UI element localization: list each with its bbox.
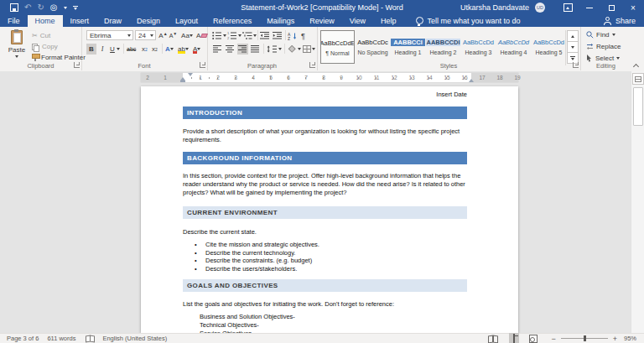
clipboard-dialog-launcher[interactable]	[74, 62, 80, 68]
shading-button[interactable]	[288, 44, 301, 55]
tab-references[interactable]: References	[205, 15, 259, 27]
numbering-button[interactable]: 12	[227, 30, 242, 41]
zoom-out-button[interactable]: −	[551, 335, 555, 343]
ribbon-display-options-button[interactable]	[557, 0, 579, 15]
account-name[interactable]: Utkarsha Dandavate	[460, 3, 529, 12]
underline-dropdown[interactable]	[117, 44, 120, 55]
share-button[interactable]: Share	[604, 15, 644, 27]
scrollbar-thumb[interactable]	[633, 87, 643, 126]
align-center-button[interactable]	[225, 44, 236, 55]
font-color-button[interactable]: A	[193, 44, 200, 55]
find-button[interactable]: Find	[586, 31, 615, 39]
sort-button[interactable]: AZ	[288, 30, 298, 41]
proofing-icon[interactable]	[86, 335, 94, 341]
align-right-button[interactable]	[237, 44, 248, 55]
tab-mailings[interactable]: Mailings	[259, 15, 302, 27]
objectives-list[interactable]: Business and Solution Objectives- Techni…	[200, 313, 295, 333]
styles-scroll-down-button[interactable]	[567, 41, 579, 53]
restore-button[interactable]	[600, 0, 622, 15]
minimize-button[interactable]	[579, 0, 600, 15]
bullets-button[interactable]	[212, 30, 226, 41]
paragraph[interactable]: List the goals and objectives for initia…	[183, 300, 467, 309]
insert-date-text[interactable]: Insert Date	[436, 91, 467, 98]
clear-formatting-button[interactable]: A	[196, 30, 207, 41]
multilevel-list-button[interactable]	[242, 30, 257, 41]
zoom-in-button[interactable]: +	[613, 335, 617, 343]
ruler[interactable]: 2112345678910111213141516171819	[141, 73, 518, 82]
list-item[interactable]: Technical Objectives-	[200, 321, 295, 330]
justify-button[interactable]	[250, 44, 261, 55]
touch-mode-icon[interactable]: ◎	[50, 3, 58, 12]
list-item[interactable]: Describe the users/stakeholders.	[205, 265, 319, 273]
undo-icon[interactable]: ↶	[24, 3, 31, 12]
styles-scroll-up-button[interactable]	[567, 30, 579, 42]
line-spacing-button[interactable]	[267, 44, 282, 55]
tab-draw[interactable]: Draw	[96, 15, 129, 27]
paste-button[interactable]: Paste	[3, 30, 30, 64]
first-line-indent-marker[interactable]	[188, 73, 193, 76]
tab-help[interactable]: Help	[373, 15, 404, 27]
paragraph[interactable]: Provide a short description of what your…	[183, 127, 467, 144]
align-left-button[interactable]	[212, 44, 223, 55]
show-paragraph-marks-button[interactable]: ¶	[301, 30, 305, 41]
customize-qat-icon[interactable]	[73, 6, 78, 10]
paragraph[interactable]: In this section, provide context for the…	[183, 172, 467, 197]
save-icon[interactable]	[10, 3, 18, 12]
font-dialog-launcher[interactable]	[200, 62, 205, 68]
tell-me-box[interactable]: Tell me what you want to do	[416, 15, 521, 27]
list-item[interactable]: Describe the current technology.	[205, 249, 319, 257]
text-effects-button[interactable]: A	[165, 44, 174, 55]
read-mode-icon[interactable]	[488, 335, 497, 342]
avatar[interactable]: UD	[535, 3, 545, 13]
language-indicator[interactable]: English (United States)	[102, 335, 167, 342]
left-indent-marker[interactable]	[180, 81, 185, 83]
style-no-spacing[interactable]: AaBbCcDc No Spacing	[356, 30, 390, 64]
collapse-ribbon-button[interactable]	[633, 63, 638, 68]
heading-introduction[interactable]: INTRODUCTION	[183, 107, 467, 119]
tab-view[interactable]: View	[342, 15, 373, 27]
strikethrough-button[interactable]: abc	[127, 44, 136, 55]
styles-dialog-launcher[interactable]	[573, 62, 579, 68]
style-heading-1[interactable]: AABBCCI Heading 1	[391, 30, 425, 64]
underline-button[interactable]: U	[108, 44, 117, 55]
format-painter-button[interactable]: Format Painter	[32, 54, 86, 61]
print-layout-button[interactable]	[509, 333, 519, 343]
document-page[interactable]: Insert Date INTRODUCTION Provide a short…	[141, 86, 518, 333]
copy-button[interactable]: Copy	[32, 43, 86, 50]
zoom-slider[interactable]	[561, 335, 608, 342]
font-name-combobox[interactable]: Ebrima	[86, 30, 133, 40]
increase-indent-button[interactable]	[273, 30, 283, 41]
style-heading-3[interactable]: AaBbCcDd Heading 3	[461, 30, 496, 64]
style-heading-2[interactable]: AABBCCDI Heading 2	[426, 30, 460, 64]
tab-home[interactable]: Home	[28, 15, 63, 27]
right-indent-marker[interactable]	[469, 79, 474, 82]
zoom-level[interactable]: 95%	[624, 335, 636, 342]
list-item[interactable]: Cite the mission and strategic objective…	[205, 241, 319, 249]
decrease-indent-button[interactable]	[260, 30, 270, 41]
tab-insert[interactable]: Insert	[63, 15, 97, 27]
page-indicator[interactable]: Page 3 of 6	[7, 335, 39, 342]
heading-current-environment[interactable]: CURRENT ENVIRONMENT	[183, 206, 467, 219]
style-heading-4[interactable]: AaBbCcDd Heading 4	[496, 30, 531, 64]
heading-goals-and-objectives[interactable]: GOALS AND OBJECTIVES	[183, 279, 467, 292]
paragraph-dialog-launcher[interactable]	[309, 62, 315, 68]
subscript-button[interactable]: x2	[142, 44, 148, 55]
shrink-font-button[interactable]: A▼	[169, 30, 178, 41]
paragraph[interactable]: Describe the current state.	[183, 228, 467, 236]
word-count[interactable]: 611 words	[47, 335, 75, 342]
tab-file[interactable]: File	[0, 15, 28, 27]
close-button[interactable]: ×	[622, 0, 644, 15]
highlight-color-button[interactable]: ab	[178, 44, 189, 55]
font-size-combobox[interactable]: 24	[135, 30, 156, 40]
borders-button[interactable]	[303, 44, 315, 55]
select-button[interactable]: Select	[586, 55, 620, 62]
list-item[interactable]: Business and Solution Objectives-	[200, 313, 295, 321]
zoom-slider-thumb[interactable]	[584, 335, 586, 341]
web-layout-icon[interactable]	[529, 335, 538, 343]
change-case-button[interactable]: Aa	[180, 30, 194, 41]
cut-button[interactable]: ✂Cut	[32, 32, 86, 39]
replace-button[interactable]: Replace	[586, 43, 621, 50]
redo-icon[interactable]: ↻	[37, 3, 44, 12]
bold-button[interactable]: B	[86, 44, 96, 55]
style-heading-5[interactable]: AaBbCcDd Heading 5	[532, 30, 566, 64]
